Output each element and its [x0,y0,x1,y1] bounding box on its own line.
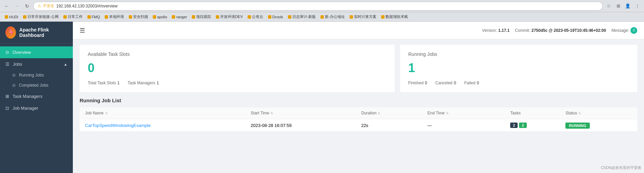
task-slots-value: 0 [88,61,387,75]
bookmark-item[interactable]: 公有云 [246,14,265,20]
task-managers-item: Task Managers 1 [128,81,159,85]
sidebar-item-running-jobs-label: Running Jobs [19,73,44,78]
version-value: 1.17.1 [498,28,510,33]
browser-actions: ☆ ⊞ 👤 ⋮ [605,2,641,10]
reload-button[interactable]: ↻ [23,2,31,10]
menu-button[interactable]: ⋮ [633,2,641,10]
bookmark-item[interactable]: 实时计算方案 [348,14,378,20]
failed-value: 0 [477,81,479,85]
table-row: CarTopSpeedWindowingExample 2023-08-28 1… [80,119,637,132]
completed-jobs-icon: ⊙ [12,83,16,88]
bookmark-item[interactable]: 本地环境 [103,14,126,20]
sidebar-item-job-manager[interactable]: ⊡ Job Manager [0,102,73,114]
hamburger-button[interactable]: ☰ [80,27,85,34]
bookmark-item[interactable]: 新-办公地址 [318,14,347,20]
url-text: 192.168.42.130:32003/#/overview [56,4,118,8]
bookmark-label: apollo [157,15,167,19]
bookmark-label: Drools [272,15,283,19]
commit-label: Commit: [515,28,530,33]
col-header-status: Status ⇅ [565,111,632,115]
bookmark-item[interactable]: 日常工作 [61,14,85,20]
cards-row: Available Task Slots 0 Total Task Slots … [80,45,637,92]
bookmark-favicon [63,15,67,19]
bookmark-item[interactable]: 数据湖技术栈 [379,14,410,20]
bookmark-item[interactable]: 日常开发链接-公网 [21,14,61,20]
profile-button[interactable]: 👤 [624,2,632,10]
bookmark-favicon [350,15,353,19]
sort-start-time-icon[interactable]: ⇅ [270,111,273,115]
version-label: Version: [482,28,497,33]
sort-status-icon[interactable]: ⇅ [578,111,581,115]
extensions-button[interactable]: ⊞ [614,2,622,10]
failed-item: Failed 0 [464,81,479,85]
bookmark-item[interactable]: 项目跟踪 [190,14,213,20]
bookmark-item[interactable]: 安全扫描 [127,14,150,20]
finished-value: 0 [425,81,427,85]
failed-label: Failed [464,81,475,85]
bookmarks-bar: HUDI日常开发链接-公网日常工作FMQ本地环境安全扫描apolloranger… [0,12,644,22]
bookmark-favicon [288,15,291,19]
running-job-list-title: Running Job List [80,98,637,103]
bookmark-item[interactable]: 开发环境DEV [214,14,245,20]
address-bar[interactable]: ⚠ 不安全 192.168.42.130:32003/#/overview [33,2,603,10]
bookmark-label: 本地环境 [109,14,124,19]
bookmark-favicon [216,15,219,19]
bookmark-item[interactable]: HUDI [3,14,20,20]
sidebar-item-completed-jobs[interactable]: ⊙ Completed Jobs [0,80,73,90]
bookmark-label: 新-办公地址 [325,14,345,19]
sidebar-item-jobs[interactable]: ☰ Jobs ▲ [0,58,73,70]
running-jobs-icon: ⊙ [12,73,16,78]
bookmark-label: 开发环境DEV [220,14,243,19]
sidebar-item-overview[interactable]: ⊙ Overview [0,46,73,58]
bookmark-favicon [87,15,91,19]
canceled-label: Canceled [435,81,453,85]
col-header-start-time: Start Time ⇅ [251,111,361,115]
bookmark-item[interactable]: 日志审计-新版 [286,14,318,20]
status-badge: RUNNING [565,123,589,129]
bookmark-favicon [320,15,324,19]
bookmark-item[interactable]: FMQ [85,14,102,20]
task-managers-value: 1 [157,81,159,85]
col-header-duration: Duration ⇅ [361,111,428,115]
bookmark-label: 日志审计-新版 [292,14,316,19]
bookmark-label: FMQ [92,15,100,19]
task-badge-green: 2 [519,123,526,128]
browser-chrome: ← → ↻ ⚠ 不安全 192.168.42.130:32003/#/overv… [0,0,644,12]
sidebar-item-task-managers[interactable]: ⊞ Task Managers [0,90,73,102]
content-area: Available Task Slots 0 Total Task Slots … [73,39,644,173]
sort-end-time-icon[interactable]: ⇅ [446,111,449,115]
bookmark-label: 日常开发链接-公网 [27,14,59,19]
back-button[interactable]: ← [3,2,11,10]
tasks-badges: 2 2 [510,123,565,128]
sort-job-name-icon[interactable]: ⇅ [105,111,108,115]
bookmark-item[interactable]: Drools [266,14,285,20]
job-manager-icon: ⊡ [5,106,9,111]
canceled-item: Canceled 0 [435,81,456,85]
running-jobs-footer: Finished 0 Canceled 0 Failed 0 [408,81,629,85]
job-name-link[interactable]: CarTopSpeedWindowingExample [85,123,151,128]
commit-info: Commit: 2750d5c @ 2023-05-19T10:45:46+02… [515,28,606,33]
commit-value: 2750d5c @ 2023-05-19T10:45:46+02:00 [532,28,606,33]
message-info: Message: 0 [611,27,637,34]
task-managers-icon: ⊞ [5,94,9,99]
bookmark-favicon [381,15,385,19]
bookmark-label: ranger [176,15,187,19]
cell-start-time: 2023-08-28 16:07:59 [251,123,361,128]
bookmark-favicon [172,15,175,19]
bookmark-button[interactable]: ☆ [605,2,613,10]
sidebar-item-running-jobs[interactable]: ⊙ Running Jobs [0,70,73,80]
bookmark-item[interactable]: apollo [151,14,169,20]
sidebar-logo: 🦩 Apache Flink Dashboard [0,22,73,44]
task-slots-footer: Total Task Slots 1 Task Managers 1 [88,81,387,85]
forward-button[interactable]: → [13,2,21,10]
watermark: CSDN@发布里的守望者 [601,165,641,170]
running-jobs-card: Running Jobs 1 Finished 0 Canceled 0 Fai… [400,45,637,92]
total-slots-value: 1 [117,81,120,85]
bookmark-item[interactable]: ranger [170,14,189,20]
cell-tasks: 2 2 [510,123,565,128]
cell-duration: 22s [361,123,428,128]
security-warning-text: 不安全 [43,3,54,8]
version-info: Version: 1.17.1 [482,28,510,33]
bookmark-favicon [192,15,195,19]
sort-duration-icon[interactable]: ⇅ [378,111,380,115]
